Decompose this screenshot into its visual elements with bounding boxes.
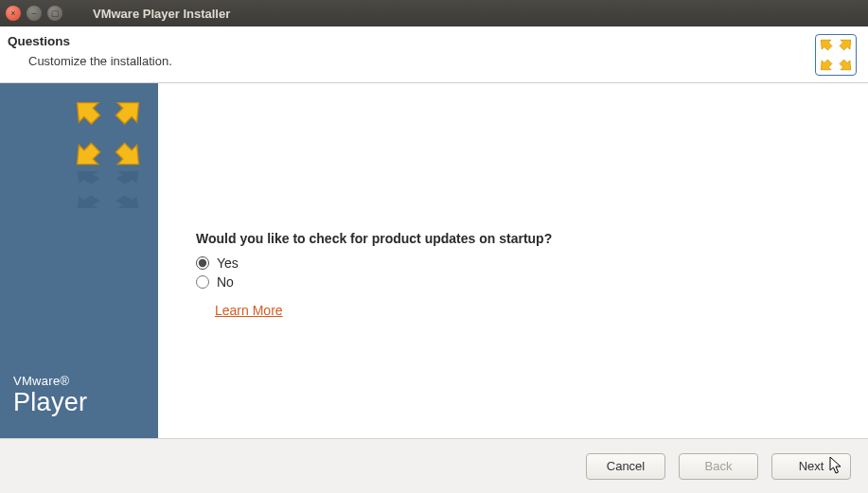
titlebar: × – ▢ VMware Player Installer bbox=[0, 0, 868, 26]
vmware-arrows-icon bbox=[815, 34, 857, 76]
radio-yes[interactable] bbox=[196, 256, 209, 270]
minimize-icon[interactable]: – bbox=[27, 6, 42, 21]
window-title: VMware Player Installer bbox=[93, 7, 230, 21]
close-icon[interactable]: × bbox=[6, 6, 21, 21]
back-button[interactable]: Back bbox=[679, 453, 758, 480]
question-text: Would you like to check for product upda… bbox=[196, 231, 868, 246]
content-area: Would you like to check for product upda… bbox=[158, 83, 868, 438]
maximize-icon[interactable]: ▢ bbox=[47, 6, 62, 21]
side-panel: VMware® Player bbox=[0, 83, 158, 438]
header-title: Questions bbox=[8, 34, 815, 48]
radio-no[interactable] bbox=[196, 275, 209, 289]
cancel-button[interactable]: Cancel bbox=[586, 453, 665, 480]
wizard-footer: Cancel Back Next bbox=[0, 438, 868, 493]
wizard-header: Questions Customize the installation. bbox=[0, 26, 868, 83]
learn-more-link[interactable]: Learn More bbox=[215, 303, 283, 318]
brand-block: VMware® Player bbox=[13, 374, 145, 417]
wizard-body: VMware® Player Would you like to check f… bbox=[0, 83, 868, 438]
option-no-label: No bbox=[217, 274, 234, 290]
header-subtitle: Customize the installation. bbox=[28, 54, 815, 68]
vmware-logo-icon bbox=[13, 98, 145, 225]
radio-group: Yes No bbox=[196, 254, 868, 291]
brand-small: VMware® bbox=[13, 374, 145, 388]
next-button[interactable]: Next bbox=[771, 453, 851, 480]
brand-large: Player bbox=[13, 388, 145, 417]
option-no[interactable]: No bbox=[196, 273, 234, 291]
option-yes-label: Yes bbox=[217, 255, 239, 271]
option-yes[interactable]: Yes bbox=[196, 254, 239, 273]
